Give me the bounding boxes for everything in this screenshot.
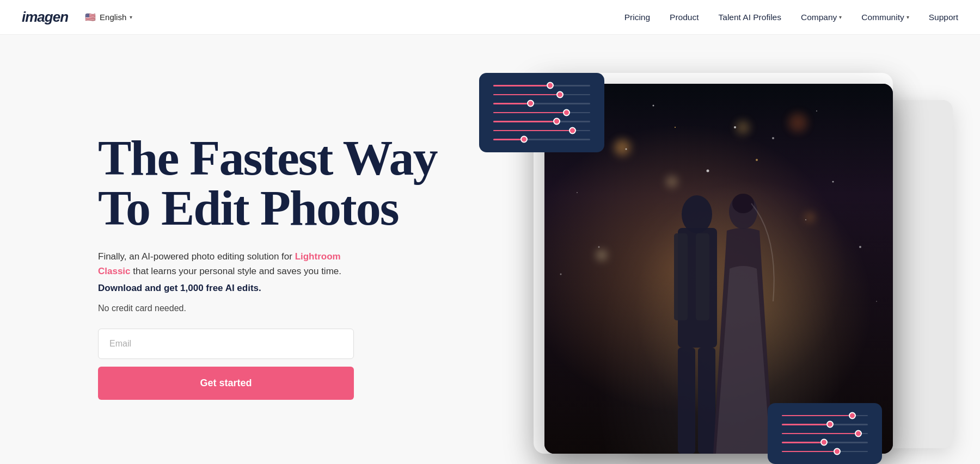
svg-point-20 (675, 127, 676, 128)
nav-item-support[interactable]: Support (929, 13, 958, 22)
slider-dot (547, 82, 554, 89)
slider-fill (493, 139, 520, 140)
chevron-down-icon: ▾ (130, 14, 132, 20)
svg-point-17 (805, 219, 806, 220)
svg-point-16 (707, 170, 709, 172)
svg-point-21 (756, 159, 758, 161)
slider-row (493, 103, 590, 104)
chevron-down-icon: ▾ (839, 14, 842, 20)
slider-track (782, 424, 868, 425)
slider-fill (493, 94, 556, 96)
nav-item-company[interactable]: Company ▾ (801, 13, 842, 22)
chevron-down-icon: ▾ (906, 14, 909, 20)
slider-fill (782, 451, 834, 453)
hero-bold-text: Download and get 1,000 free AI edits. (98, 283, 468, 294)
nav-item-talent-ai[interactable]: Talent AI Profiles (719, 13, 781, 22)
slider-row (493, 139, 590, 140)
slider-dot (556, 91, 564, 98)
svg-point-23 (876, 301, 877, 302)
hero-title: The Fastest Way To Edit Photos (98, 133, 468, 233)
slider-track (782, 451, 868, 453)
svg-point-22 (560, 274, 562, 275)
slider-fill (493, 112, 563, 114)
hero-section: The Fastest Way To Edit Photos Finally, … (0, 35, 980, 464)
slider-fill (782, 433, 855, 435)
email-input[interactable] (98, 329, 354, 359)
slider-dot (820, 439, 828, 446)
slider-dot (849, 412, 856, 419)
slider-dot (563, 109, 570, 116)
flag-icon: 🇺🇸 (84, 11, 96, 23)
slider-fill (493, 103, 527, 104)
slider-fill (493, 121, 553, 122)
slider-row (782, 451, 868, 453)
svg-point-14 (577, 192, 578, 193)
svg-point-19 (859, 246, 861, 248)
slider-track (493, 130, 590, 132)
slider-dot (520, 136, 528, 143)
slider-track (493, 112, 590, 114)
slider-track (782, 415, 868, 417)
hero-subtitle: Finally, an AI-powered photo editing sol… (98, 249, 370, 279)
slider-dot (826, 421, 834, 428)
nav-item-product[interactable]: Product (670, 13, 699, 22)
hero-content: The Fastest Way To Edit Photos Finally, … (98, 67, 468, 400)
slider-track (493, 103, 590, 104)
svg-point-15 (832, 181, 834, 183)
language-selector[interactable]: 🇺🇸 English ▾ (84, 11, 132, 23)
slider-dot (569, 127, 576, 134)
slider-dot (553, 118, 560, 125)
slider-card-2 (768, 403, 882, 465)
slider-track (493, 121, 590, 122)
svg-point-9 (653, 105, 654, 107)
slider-row (782, 415, 868, 417)
slider-row (493, 112, 590, 114)
svg-point-10 (734, 126, 736, 128)
hero-visuals (468, 67, 915, 464)
slider-row (782, 442, 868, 443)
email-input-wrapper (98, 329, 354, 359)
nav-links: Pricing Product Talent AI Profiles Compa… (624, 13, 958, 22)
slider-row (493, 130, 590, 132)
navbar: imagen 🇺🇸 English ▾ Pricing Product Tale… (0, 0, 980, 35)
slider-row (493, 94, 590, 96)
slider-row (782, 424, 868, 425)
nav-item-community[interactable]: Community ▾ (861, 13, 909, 22)
slider-row (782, 433, 868, 435)
svg-point-11 (816, 110, 817, 112)
slider-fill (782, 442, 820, 443)
get-started-button[interactable]: Get started (98, 367, 354, 400)
slider-dot (855, 430, 862, 437)
slider-fill (782, 415, 849, 417)
slider-fill (493, 130, 569, 132)
hero-no-cc-text: No credit card needed. (98, 304, 468, 313)
slider-dot (834, 448, 841, 455)
slider-track (493, 94, 590, 96)
slider-card-1 (479, 73, 604, 152)
svg-point-12 (626, 149, 627, 150)
svg-point-13 (772, 137, 774, 139)
slider-track (782, 442, 868, 443)
slider-row (493, 85, 590, 86)
slider-track (493, 85, 590, 86)
nav-item-pricing[interactable]: Pricing (624, 13, 650, 22)
slider-fill (782, 424, 826, 425)
language-label: English (100, 13, 126, 22)
logo[interactable]: imagen (22, 9, 68, 26)
svg-point-18 (598, 246, 600, 248)
slider-fill (493, 85, 547, 86)
slider-row (493, 121, 590, 122)
slider-dot (527, 100, 534, 107)
slider-track (782, 433, 868, 435)
slider-track (493, 139, 590, 140)
